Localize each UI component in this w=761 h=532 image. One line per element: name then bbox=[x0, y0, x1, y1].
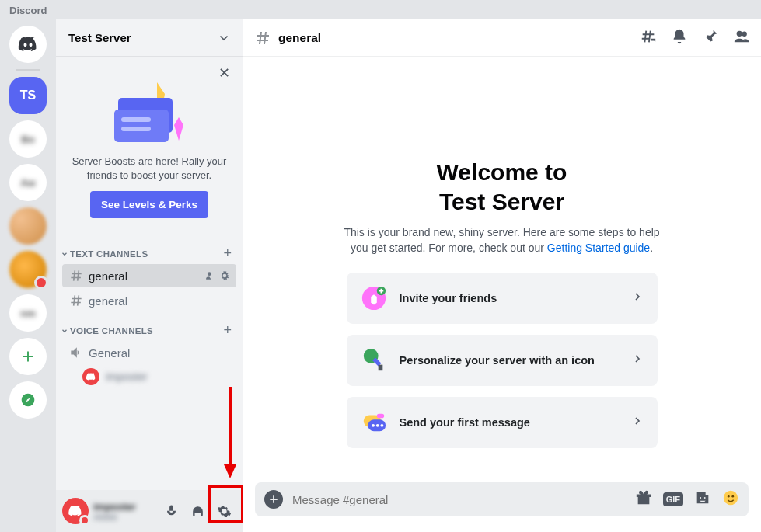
notifications-button[interactable] bbox=[671, 28, 688, 48]
boost-text-2: friends to boost your server. bbox=[87, 169, 211, 181]
server-item[interactable] bbox=[9, 207, 47, 245]
channel-name: General bbox=[89, 346, 130, 360]
gif-button[interactable]: GIF bbox=[663, 492, 683, 506]
svg-point-13 bbox=[380, 424, 383, 427]
gift-button[interactable] bbox=[635, 489, 652, 509]
hash-icon bbox=[68, 268, 84, 283]
message-composer[interactable]: GIF bbox=[255, 482, 749, 516]
plus-icon bbox=[268, 494, 279, 505]
avatar bbox=[82, 368, 99, 385]
pinned-button[interactable] bbox=[702, 28, 719, 48]
card-first-message[interactable]: Send your first message bbox=[347, 397, 658, 448]
server-divider bbox=[16, 69, 40, 71]
chevron-down-icon bbox=[61, 327, 68, 335]
self-username: imposter bbox=[93, 501, 154, 513]
chevron-right-icon bbox=[631, 290, 644, 306]
hash-icon bbox=[253, 29, 272, 47]
chevron-right-icon bbox=[631, 415, 644, 430]
card-personalize[interactable]: Personalize your server with an icon bbox=[347, 335, 658, 386]
voice-user[interactable]: imposter bbox=[56, 365, 243, 388]
create-channel-button[interactable]: + bbox=[223, 322, 236, 339]
channel-general-2[interactable]: general bbox=[62, 289, 236, 312]
close-icon[interactable]: ✕ bbox=[218, 64, 230, 82]
svg-rect-2 bbox=[114, 110, 169, 142]
category-label: TEXT CHANNELS bbox=[70, 249, 148, 259]
svg-rect-8 bbox=[378, 365, 382, 371]
chevron-right-icon bbox=[631, 353, 644, 368]
speaker-icon bbox=[68, 345, 84, 360]
svg-point-17 bbox=[731, 495, 734, 498]
welcome-description: This is your brand new, shiny server. He… bbox=[344, 225, 659, 256]
svg-point-11 bbox=[372, 424, 375, 427]
self-avatar[interactable] bbox=[62, 498, 89, 524]
channel-header: general bbox=[243, 19, 761, 57]
svg-point-12 bbox=[375, 424, 379, 427]
invite-icon bbox=[361, 285, 387, 311]
explore-button[interactable] bbox=[9, 381, 47, 419]
card-label: Invite your friends bbox=[400, 292, 619, 304]
chevron-down-icon bbox=[218, 32, 230, 44]
paint-icon bbox=[361, 347, 387, 374]
server-list: TS Bo Aw nm bbox=[0, 19, 56, 532]
svg-rect-4 bbox=[121, 127, 151, 131]
self-tag: #0000 bbox=[93, 513, 154, 522]
chevron-down-icon bbox=[61, 250, 68, 258]
add-server-button[interactable] bbox=[9, 338, 47, 375]
user-settings-button[interactable] bbox=[211, 499, 236, 523]
sticker-button[interactable] bbox=[694, 489, 711, 509]
welcome-title: Welcome toTest Server bbox=[437, 158, 567, 216]
server-initials: TS bbox=[20, 89, 36, 103]
status-indicator bbox=[79, 515, 90, 526]
notification-badge bbox=[34, 276, 48, 290]
svg-rect-3 bbox=[121, 117, 151, 122]
attach-button[interactable] bbox=[264, 490, 283, 509]
category-text-channels[interactable]: TEXT CHANNELS + bbox=[56, 236, 243, 263]
server-item[interactable]: nm bbox=[9, 294, 47, 332]
voice-channel-general[interactable]: General bbox=[62, 341, 236, 364]
main-content: general Welcome toTest Server This is yo… bbox=[243, 19, 761, 532]
mute-button[interactable] bbox=[159, 499, 183, 523]
card-label: Personalize your server with an icon bbox=[400, 354, 619, 367]
discord-icon bbox=[17, 33, 39, 55]
card-invite-friends[interactable]: Invite your friends bbox=[347, 273, 658, 324]
gear-icon[interactable] bbox=[219, 270, 230, 281]
boost-text-1: Server Boosts are here! Rally your bbox=[72, 155, 227, 167]
channel-general[interactable]: general bbox=[62, 264, 236, 287]
threads-button[interactable] bbox=[640, 28, 657, 48]
message-input[interactable] bbox=[292, 493, 626, 506]
boost-button[interactable]: See Levels & Perks bbox=[90, 191, 208, 218]
voice-user-name: imposter bbox=[106, 370, 148, 383]
gear-icon bbox=[217, 504, 232, 519]
svg-point-16 bbox=[728, 495, 730, 498]
app-title: Discord bbox=[9, 5, 47, 16]
deafen-button[interactable] bbox=[185, 499, 210, 523]
server-item[interactable]: Aw bbox=[9, 164, 47, 201]
composer-area: GIF bbox=[243, 482, 761, 532]
invite-icon[interactable] bbox=[205, 270, 216, 281]
boost-illustration bbox=[68, 72, 230, 150]
card-label: Send your first message bbox=[400, 416, 619, 429]
channel-sidebar: Test Server ✕ Server Boosts are here! Ra… bbox=[56, 19, 243, 532]
getting-started-link[interactable]: Getting Started guide bbox=[547, 242, 650, 254]
hash-icon bbox=[68, 293, 84, 308]
category-label: VOICE CHANNELS bbox=[70, 326, 153, 336]
boost-card: ✕ Server Boosts are here! Rally your fri… bbox=[61, 61, 238, 231]
server-test-server[interactable]: TS bbox=[9, 77, 47, 114]
members-button[interactable] bbox=[733, 28, 750, 48]
chat-icon bbox=[361, 409, 387, 436]
server-item[interactable]: Bo bbox=[9, 120, 47, 158]
compass-icon bbox=[20, 392, 36, 408]
server-header[interactable]: Test Server bbox=[56, 19, 243, 57]
category-voice-channels[interactable]: VOICE CHANNELS + bbox=[56, 313, 243, 340]
svg-rect-14 bbox=[376, 414, 383, 419]
svg-point-15 bbox=[724, 491, 738, 505]
home-button[interactable] bbox=[9, 26, 47, 63]
user-panel: imposter #0000 bbox=[56, 490, 243, 532]
emoji-button[interactable] bbox=[722, 489, 739, 509]
channel-header-name: general bbox=[278, 31, 321, 45]
server-item[interactable] bbox=[9, 251, 47, 288]
channel-name: general bbox=[89, 294, 127, 308]
create-channel-button[interactable]: + bbox=[223, 245, 236, 262]
server-name: Test Server bbox=[68, 31, 131, 44]
channel-name: general bbox=[89, 269, 127, 283]
